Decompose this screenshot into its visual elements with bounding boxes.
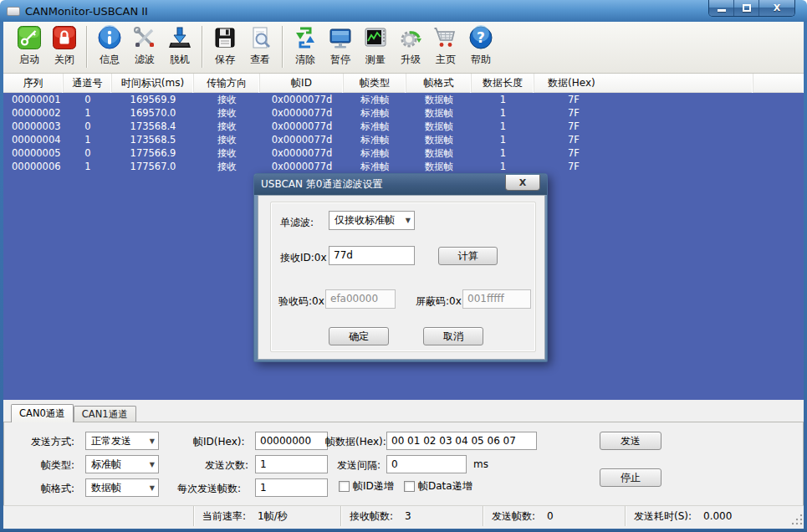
resize-grip[interactable] — [792, 514, 804, 526]
dialog-titlebar[interactable]: USBCAN 第0通道滤波设置 X — [254, 174, 547, 195]
titlebar[interactable]: CANMonitor-USBCAN II X — [0, 0, 807, 22]
table-cell: 数据帧 — [406, 106, 472, 120]
table-cell: 接收 — [194, 106, 260, 120]
column-header[interactable]: 数据长度 — [472, 74, 534, 93]
toolbar-button-label: 保存 — [215, 53, 235, 67]
close-icon: X — [774, 3, 780, 13]
table-row[interactable]: 000000030173568.4接收0x0000077d标准帧数据帧17F — [3, 120, 804, 133]
calculate-button[interactable]: 计算 — [438, 247, 498, 265]
table-cell: 1 — [472, 120, 534, 133]
receive-id-label: 接收ID:0x — [280, 251, 327, 265]
toolbar-button-pause[interactable]: 暂停 — [324, 24, 357, 71]
toolbar-button-view[interactable]: 查看 — [243, 24, 277, 71]
dialog-title: USBCAN 第0通道滤波设置 — [261, 177, 505, 192]
toolbar-button-label: 启动 — [19, 53, 39, 67]
frame-id-increment-checkbox[interactable]: 帧ID递增 — [339, 479, 394, 494]
toolbar-button-measure[interactable]: 测量 — [359, 24, 392, 71]
interval-input[interactable]: 0 — [386, 455, 467, 473]
table-row[interactable]: 000000010169569.9接收0x0000077d标准帧数据帧17F — [3, 93, 804, 106]
column-header[interactable]: 数据(Hex) — [534, 74, 753, 93]
toolbar-button-label: 测量 — [365, 53, 386, 67]
receive-id-input[interactable]: 77d — [329, 246, 415, 265]
pause-icon — [327, 24, 354, 51]
column-header[interactable]: 序列 — [3, 74, 64, 93]
table-row[interactable]: 000000021169570.0接收0x0000077d标准帧数据帧17F — [3, 106, 804, 120]
chevron-down-icon: ▼ — [406, 217, 411, 224]
toolbar-button-filter[interactable]: 滤波 — [128, 24, 161, 71]
toolbar-button-label: 主页 — [436, 53, 456, 67]
column-header[interactable]: 帧ID — [260, 74, 344, 93]
column-header[interactable]: 帧类型 — [344, 74, 406, 93]
table-cell: 数据帧 — [406, 120, 472, 133]
mask-code-input: 001fffff — [462, 289, 531, 309]
frames-per-send-input[interactable]: 1 — [255, 478, 328, 497]
maximize-button[interactable] — [734, 0, 759, 16]
toolbar-button-clear[interactable]: 清除 — [289, 24, 322, 71]
statusbar-sent: 发送帧数: 0 — [483, 506, 626, 526]
info-icon — [96, 24, 123, 51]
send-count-input[interactable]: 1 — [255, 455, 328, 473]
toolbar-button-offline[interactable]: 脱机 — [163, 24, 197, 71]
toolbar-button-label: 暂停 — [330, 53, 350, 67]
frame-id-input[interactable]: 00000000 — [255, 432, 328, 450]
toolbar: 启动关闭信息滤波脱机保存查看清除暂停测量升级主页?帮助 — [3, 22, 804, 74]
elapsed-value: 0.000 — [703, 510, 732, 522]
table-cell: 1 — [472, 106, 534, 120]
stop-button[interactable]: 停止 — [600, 468, 661, 487]
frame-data-input[interactable]: 00 01 02 03 04 05 06 07 — [386, 432, 537, 450]
frame-format-select[interactable]: 数据帧 ▼ — [85, 478, 159, 497]
send-button[interactable]: 发送 — [600, 432, 661, 450]
toolbar-button-label: 信息 — [100, 53, 120, 67]
table-cell: 7F — [534, 133, 753, 146]
single-filter-value: 仅接收标准帧 — [335, 213, 406, 228]
toolbar-button-close-lock[interactable]: 关闭 — [48, 24, 81, 71]
table-cell: 173568.4 — [112, 120, 194, 133]
dialog-close-button[interactable]: X — [505, 175, 540, 191]
column-header[interactable] — [753, 74, 804, 93]
toolbar-button-save[interactable]: 保存 — [208, 24, 242, 71]
elapsed-label: 发送耗时(S): — [634, 509, 692, 524]
rate-value: 1帧/秒 — [258, 509, 288, 524]
toolbar-button-home-cart[interactable]: 主页 — [429, 24, 462, 71]
table-cell: 0x0000077d — [260, 106, 344, 120]
ok-button[interactable]: 确定 — [329, 327, 389, 345]
toolbar-separator — [282, 26, 283, 68]
table-row[interactable]: 000000041173568.5接收0x0000077d标准帧数据帧17F — [3, 133, 804, 146]
send-mode-value: 正常发送 — [91, 434, 146, 448]
toolbar-button-upgrade[interactable]: 升级 — [394, 24, 427, 71]
column-header[interactable]: 通道号 — [64, 74, 112, 93]
send-mode-select[interactable]: 正常发送 ▼ — [85, 432, 159, 450]
tab-can1[interactable]: CAN1通道 — [74, 406, 136, 422]
single-filter-select[interactable]: 仅接收标准帧 ▼ — [329, 211, 415, 230]
column-header[interactable]: 时间标识(ms) — [112, 74, 194, 93]
minimize-icon — [718, 9, 726, 12]
table-cell: 7F — [534, 93, 753, 106]
frame-id-increment-label: 帧ID递增 — [353, 479, 394, 494]
table-cell: 标准帧 — [344, 146, 406, 160]
sent-frames-label: 发送帧数: — [492, 509, 535, 524]
table-header: 序列通道号时间标识(ms)传输方向帧ID帧类型帧格式数据长度数据(Hex) — [3, 74, 804, 93]
frame-data-increment-checkbox[interactable]: 帧Data递增 — [404, 479, 472, 494]
minimize-button[interactable] — [709, 0, 734, 16]
tab-can0[interactable]: CAN0通道 — [11, 404, 74, 422]
table-cell: 0 — [64, 93, 112, 106]
home-cart-icon — [432, 24, 459, 51]
toolbar-button-info[interactable]: 信息 — [93, 24, 126, 71]
frame-type-select[interactable]: 标准帧 ▼ — [85, 455, 159, 473]
toolbar-button-help[interactable]: ?帮助 — [464, 24, 498, 71]
table-row[interactable]: 000000050177566.9接收0x0000077d标准帧数据帧17F — [3, 146, 804, 160]
rate-label: 当前速率: — [202, 509, 246, 524]
column-header[interactable]: 传输方向 — [194, 74, 260, 93]
table-row[interactable]: 000000061177567.0接收0x0000077d标准帧数据帧17F — [3, 160, 804, 173]
table-cell: 00000004 — [3, 133, 64, 146]
cancel-button[interactable]: 取消 — [423, 327, 483, 345]
view-icon — [247, 24, 273, 51]
toolbar-button-label: 滤波 — [135, 53, 155, 67]
table-cell: 0x0000077d — [260, 93, 344, 106]
toolbar-button-start[interactable]: 启动 — [13, 24, 46, 71]
frame-type-value: 标准帧 — [91, 458, 146, 472]
column-header[interactable]: 帧格式 — [406, 74, 472, 93]
table-cell: 0x0000077d — [260, 146, 344, 160]
close-button[interactable]: X — [759, 0, 794, 16]
table-cell: 标准帧 — [344, 120, 406, 133]
